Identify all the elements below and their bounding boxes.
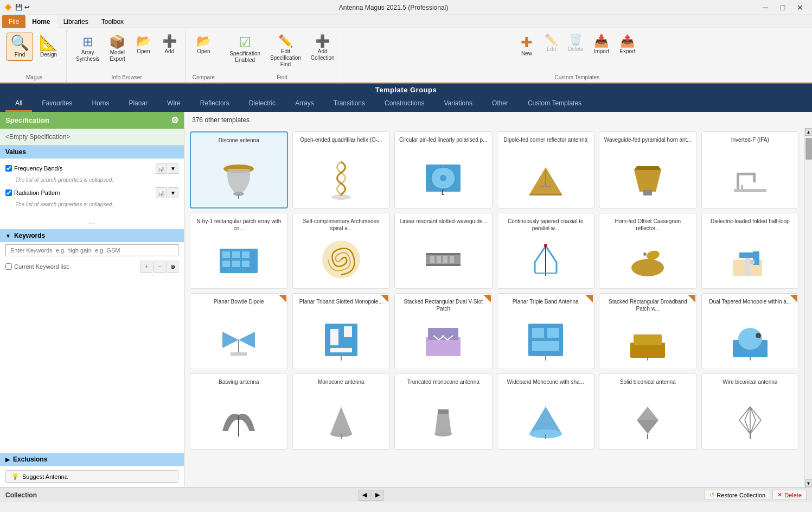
scroll-up-arrow[interactable]: ▲ xyxy=(805,128,813,136)
spec-enabled-icon: ☑ xyxy=(239,35,251,49)
tab-planar[interactable]: Planar xyxy=(119,96,157,112)
exclusions-arrow: ▶ xyxy=(5,457,10,463)
antenna-card-20[interactable]: Monocone antenna xyxy=(292,374,391,450)
resize-handle[interactable]: ··· xyxy=(0,216,184,229)
tab-other[interactable]: Other xyxy=(482,96,518,112)
window-controls: ─ □ ✕ xyxy=(758,2,808,13)
antenna-card-8[interactable]: Self-complimentary Archimedes spiral a..… xyxy=(292,213,391,289)
keyword-clear-btn[interactable]: ⊗ xyxy=(167,261,178,273)
array-synthesis-button[interactable]: ⊞ ArraySynthesis xyxy=(72,33,103,65)
tab-custom-templates[interactable]: Custom Templates xyxy=(518,96,591,112)
add-collection-button[interactable]: ➕ AddCollection xyxy=(307,33,338,64)
edit-template-icon: ✏️ xyxy=(545,34,558,45)
tab-variations[interactable]: Variations xyxy=(434,96,482,112)
antenna-name-9: Linear resonant slotted-waveguide... xyxy=(400,218,487,233)
scroll-thumb[interactable] xyxy=(805,138,812,160)
tab-transitions[interactable]: Transitions xyxy=(324,96,375,112)
antenna-card-7[interactable]: N-by-1 rectangular patch array with co..… xyxy=(190,213,288,289)
svg-rect-72 xyxy=(438,409,449,414)
antenna-card-11[interactable]: Horn-fed Offset Cassegrain reflector... xyxy=(599,213,697,289)
frequency-icon-btn-1[interactable]: 📊 xyxy=(156,163,167,174)
menu-home[interactable]: Home xyxy=(25,15,56,28)
antenna-card-2[interactable]: Open-ended quadrifilar helix (O-... xyxy=(292,131,391,208)
keyword-remove-btn[interactable]: − xyxy=(154,261,165,273)
vertical-scrollbar[interactable]: ▲ ▼ xyxy=(804,128,812,487)
antenna-card-23[interactable]: Solid biconical antenna xyxy=(599,374,697,450)
keywords-header[interactable]: ▼ Keywords xyxy=(0,229,184,242)
keyword-add-btn[interactable]: + xyxy=(140,261,152,273)
antenna-card-1[interactable]: Discone antenna xyxy=(190,131,288,208)
keywords-arrow: ▼ xyxy=(5,233,11,239)
tab-wire[interactable]: Wire xyxy=(157,96,190,112)
frequency-checkbox[interactable] xyxy=(5,165,12,172)
minimize-button[interactable]: ─ xyxy=(758,2,773,13)
tab-arrays[interactable]: Arrays xyxy=(285,96,324,112)
menu-libraries[interactable]: Libraries xyxy=(57,15,95,28)
antenna-card-24[interactable]: Wire biconical antenna xyxy=(701,374,800,450)
edit-spec-button[interactable]: ✏️ EditSpecificationFind xyxy=(266,33,305,71)
radiation-icon-btn-1[interactable]: 📊 xyxy=(156,187,167,198)
collection-prev-button[interactable]: ◀ xyxy=(359,490,370,501)
suggest-antenna-button[interactable]: 💡 Suggest Antenna xyxy=(5,470,178,483)
keyword-list-checkbox[interactable] xyxy=(5,263,12,270)
edit-template-button[interactable]: ✏️ Edit xyxy=(541,33,562,54)
find-button[interactable]: 🔍 Find xyxy=(7,33,33,61)
design-button[interactable]: 📐 Design xyxy=(35,33,62,61)
import-template-button[interactable]: 📥 Import xyxy=(590,33,613,58)
new-template-button[interactable]: ✚ New xyxy=(515,33,539,60)
radiation-dropdown[interactable]: ▼ xyxy=(168,187,178,198)
antenna-card-15[interactable]: Stacked Rectangular Dual V-Slot Patch xyxy=(394,293,493,369)
antenna-card-4[interactable]: Dipole-fed corner reflector antenna xyxy=(497,131,595,208)
menu-file[interactable]: File xyxy=(2,15,25,28)
collection-next-button[interactable]: ▶ xyxy=(372,490,383,501)
radiation-checkbox[interactable] xyxy=(5,189,12,196)
export-template-button[interactable]: 📤 Export xyxy=(616,33,640,58)
antenna-card-16[interactable]: Planar Triple Band Antenna xyxy=(497,293,595,369)
tab-favourites[interactable]: Favourites xyxy=(32,96,82,112)
tab-dielectric[interactable]: Dielectric xyxy=(239,96,285,112)
antenna-card-18[interactable]: Dual Tapered Monopole within a... xyxy=(701,293,800,369)
antenna-card-13[interactable]: Planar Bowtie Dipole xyxy=(190,293,288,369)
scroll-down-arrow[interactable]: ▼ xyxy=(805,479,813,487)
menu-toolbox[interactable]: Toolbox xyxy=(95,15,130,28)
ribbon-group-magus: 🔍 Find 📐 Design Magus xyxy=(2,30,67,83)
frequency-dropdown[interactable]: ▼ xyxy=(168,163,178,174)
svg-rect-28 xyxy=(426,253,461,255)
antenna-card-9[interactable]: Linear resonant slotted-waveguide... xyxy=(394,213,493,289)
svg-line-79 xyxy=(750,407,756,420)
restore-collection-button[interactable]: ↺ Restore Collection xyxy=(705,490,770,500)
delete-collection-button[interactable]: ✕ Delete xyxy=(772,490,807,500)
antenna-img-2 xyxy=(297,154,386,203)
specification-settings-icon[interactable]: ⚙ xyxy=(171,115,178,125)
badge-15 xyxy=(483,295,491,302)
svg-rect-22 xyxy=(232,251,240,258)
tab-reflectors[interactable]: Reflectors xyxy=(190,96,239,112)
antenna-card-12[interactable]: Dielectric-loaded folded half-loop xyxy=(701,213,800,289)
delete-template-button[interactable]: 🗑️ Delete xyxy=(564,33,587,54)
antenna-card-5[interactable]: Waveguide-fed pyramidal horn ant... xyxy=(599,131,697,208)
antenna-card-19[interactable]: Batwing antenna xyxy=(190,374,288,450)
compare-open-button[interactable]: 📂 Open xyxy=(191,33,215,58)
tab-all[interactable]: All xyxy=(5,96,32,112)
exclusions-header[interactable]: ▶ Exclusions xyxy=(0,453,184,466)
antenna-card-22[interactable]: Wideband Monocone with sha... xyxy=(497,374,595,450)
tab-horns[interactable]: Horns xyxy=(82,96,119,112)
antenna-card-3[interactable]: Circular pin-fed linearly polarised p... xyxy=(394,131,493,208)
info-open-button[interactable]: 📂 Open xyxy=(131,33,155,58)
info-add-button[interactable]: ➕ Add xyxy=(157,33,181,58)
radiation-filter-label[interactable]: Radiation Pattern xyxy=(5,189,60,196)
close-button[interactable]: ✕ xyxy=(792,2,808,13)
antenna-card-17[interactable]: Stacked Rectangular Broadband Patch w... xyxy=(599,293,697,369)
svg-rect-14 xyxy=(734,189,766,192)
maximize-button[interactable]: □ xyxy=(775,2,790,13)
trunc-monocone-svg xyxy=(421,399,465,442)
antenna-card-6[interactable]: Inverted-F (IFA) xyxy=(701,131,800,208)
antenna-card-14[interactable]: Planar Triband Slotted Monopole... xyxy=(292,293,391,369)
tab-constructions[interactable]: Constructions xyxy=(375,96,434,112)
antenna-card-10[interactable]: Continuously tapered coaxial to parallel… xyxy=(497,213,595,289)
antenna-card-21[interactable]: Truncated monocone antenna xyxy=(394,374,493,450)
spec-enabled-button[interactable]: ☑ SpecificationEnabled xyxy=(226,33,264,66)
model-export-button[interactable]: 📦 ModelExport xyxy=(105,33,129,65)
keyword-input[interactable] xyxy=(5,244,178,256)
frequency-filter-label[interactable]: Frequency Band/s xyxy=(5,165,62,172)
